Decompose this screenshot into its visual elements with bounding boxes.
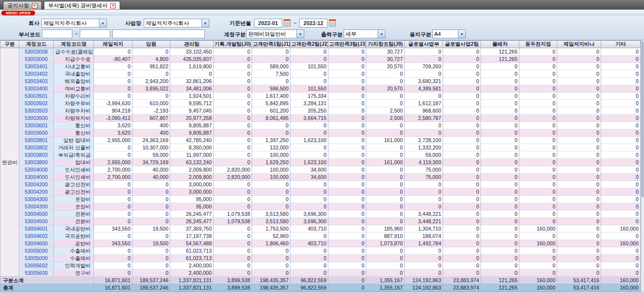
amount-cell[interactable]: 0 xyxy=(132,233,170,240)
account-name-cell[interactable]: 통신비 xyxy=(54,129,94,137)
amount-cell[interactable]: 0 xyxy=(601,174,641,181)
amount-cell[interactable]: 0 xyxy=(214,92,252,100)
account-name-cell[interactable]: 인력개발비 xyxy=(54,262,94,269)
amount-cell[interactable]: 0 xyxy=(519,92,557,100)
amount-cell[interactable]: 2,580,787 xyxy=(405,115,443,122)
amount-cell[interactable]: 0 xyxy=(481,122,519,129)
amount-cell[interactable]: 0 xyxy=(94,151,132,159)
account-code-cell[interactable]: 53003802 xyxy=(19,144,54,151)
amount-cell[interactable]: 0 xyxy=(214,144,252,151)
amount-cell[interactable]: 3,899,538 xyxy=(214,284,252,292)
amount-cell[interactable]: 0 xyxy=(519,122,557,129)
amount-cell[interactable]: 0 xyxy=(366,203,405,210)
amount-cell[interactable]: 121,265 xyxy=(481,48,519,56)
table-row[interactable]: 53005000수출제비0061,023,71300000000000 xyxy=(0,247,641,255)
amount-cell[interactable]: 10,307,000 xyxy=(132,144,170,151)
grand-total-row[interactable]: 총계16,871,601189,537,2461,337,821,1313,89… xyxy=(0,284,641,292)
amount-cell[interactable]: 30,727 xyxy=(366,48,405,56)
amount-cell[interactable]: 0 xyxy=(519,174,557,181)
account-code-cell[interactable]: 53004000 xyxy=(19,174,54,181)
amount-cell[interactable]: 0 xyxy=(94,78,132,85)
account-name-cell[interactable]: 차량주유비 xyxy=(54,100,94,107)
amount-cell[interactable]: 1,079,538 xyxy=(214,218,252,225)
amount-cell[interactable]: 34,481,006 xyxy=(170,85,214,92)
amount-cell[interactable]: 0 xyxy=(443,269,481,277)
amount-cell[interactable]: 0 xyxy=(443,188,481,196)
account-code-cell[interactable]: 53003600 xyxy=(19,129,54,137)
amount-cell[interactable]: 607,807 xyxy=(132,115,170,122)
amount-cell[interactable]: 0 xyxy=(481,85,519,92)
amount-cell[interactable]: 53,417,416 xyxy=(557,284,601,292)
amount-cell[interactable]: 100,000 xyxy=(252,174,290,181)
table-row[interactable]: 53004200광고선전비003,000,00000000000000 xyxy=(0,181,641,188)
amount-cell[interactable]: 951,822 xyxy=(132,63,170,70)
account-code-cell[interactable]: 53005000 xyxy=(19,247,54,255)
amount-cell[interactable]: 0 xyxy=(557,247,601,255)
vertical-scrollbar[interactable] xyxy=(641,40,644,292)
amount-cell[interactable]: 0 xyxy=(328,196,366,203)
amount-cell[interactable]: 0 xyxy=(481,144,519,151)
amount-cell[interactable]: 0 xyxy=(481,233,519,240)
amount-cell[interactable]: 54,567,488 xyxy=(170,240,214,247)
tab-notice[interactable]: 공지사항 × xyxy=(3,1,42,9)
amount-cell[interactable]: 0 xyxy=(94,70,132,78)
amount-cell[interactable]: 2,700,000 xyxy=(94,166,132,174)
account-code-cell[interactable]: 53004602 xyxy=(19,233,54,240)
amount-cell[interactable]: 0 xyxy=(328,203,366,210)
amount-cell[interactable]: 0 xyxy=(443,144,481,151)
account-name-cell[interactable]: 급수수료(클레임) xyxy=(54,48,94,56)
table-row[interactable]: 53004200광고선전비003,000,00000000000000 xyxy=(0,188,641,196)
account-code-cell[interactable]: 53003503 xyxy=(19,107,54,115)
amount-cell[interactable]: 0 xyxy=(519,181,557,188)
amount-cell[interactable]: 0 xyxy=(405,122,443,129)
amount-cell[interactable]: 0 xyxy=(481,100,519,107)
amount-cell[interactable]: 0 xyxy=(481,181,519,188)
table-row[interactable]: 53003402국내출장비00007,500000000000 xyxy=(0,70,641,78)
amount-cell[interactable]: 42,785,240 xyxy=(170,137,214,144)
amount-cell[interactable]: 30,727 xyxy=(366,56,405,63)
amount-cell[interactable]: 175,334 xyxy=(290,92,328,100)
amount-cell[interactable]: 403,710 xyxy=(290,225,328,233)
amount-cell[interactable]: 0 xyxy=(214,233,252,240)
amount-cell[interactable]: 33,102,450 xyxy=(170,48,214,56)
amount-cell[interactable]: 2,009,800 xyxy=(170,166,214,174)
amount-cell[interactable]: 0 xyxy=(519,100,557,107)
amount-cell[interactable]: 0 xyxy=(132,203,170,210)
account-code-cell[interactable]: 53004000 xyxy=(19,166,54,174)
amount-cell[interactable]: 160,000 xyxy=(601,240,641,247)
table-row[interactable]: 53003500차량유지비-3,090,412607,80720,977,258… xyxy=(0,115,641,122)
amount-cell[interactable]: 0 xyxy=(214,100,252,107)
amount-cell[interactable]: 0 xyxy=(290,262,328,269)
amount-cell[interactable]: 3,620 xyxy=(94,129,132,137)
amount-cell[interactable]: 0 xyxy=(601,144,641,151)
amount-cell[interactable]: 0 xyxy=(214,269,252,277)
menu-open-button[interactable]: MENU OPEN xyxy=(1,10,35,16)
table-row[interactable]: 53003600통신비3,6204009,805,88700000000000 xyxy=(0,129,641,137)
amount-cell[interactable]: 0 xyxy=(328,269,366,277)
amount-cell[interactable]: 0 xyxy=(328,144,366,151)
amount-cell[interactable]: 0 xyxy=(214,262,252,269)
amount-cell[interactable]: 0 xyxy=(481,203,519,210)
amount-cell[interactable]: 34,729,169 xyxy=(132,159,170,166)
amount-cell[interactable]: 160,000 xyxy=(519,240,557,247)
amount-cell[interactable]: 0 xyxy=(366,218,405,225)
amount-cell[interactable]: 160,000 xyxy=(519,284,557,292)
account-code-cell[interactable]: 53003801 xyxy=(19,137,54,144)
amount-cell[interactable]: 0 xyxy=(557,196,601,203)
account-name-cell[interactable]: 도서인쇄비 xyxy=(54,174,94,181)
amount-cell[interactable]: 0 xyxy=(328,107,366,115)
column-header[interactable]: 구분 xyxy=(0,41,19,48)
amount-cell[interactable]: 95,000 xyxy=(170,196,214,203)
amount-cell[interactable]: 0 xyxy=(557,188,601,196)
amount-cell[interactable]: 61,023,713 xyxy=(170,247,214,255)
amount-cell[interactable]: 0 xyxy=(557,100,601,107)
column-header[interactable]: 제일저지비나 xyxy=(557,41,601,48)
amount-cell[interactable]: 3,000,000 xyxy=(170,181,214,188)
amount-cell[interactable]: 0 xyxy=(214,78,252,85)
amount-cell[interactable]: 0 xyxy=(328,262,366,269)
amount-cell[interactable]: 7,500 xyxy=(252,70,290,78)
account-code-cell[interactable]: 53004200 xyxy=(19,181,54,188)
amount-cell[interactable]: 0 xyxy=(328,210,366,218)
amount-cell[interactable]: 2,400,000 xyxy=(170,262,214,269)
amount-cell[interactable]: 0 xyxy=(519,137,557,144)
